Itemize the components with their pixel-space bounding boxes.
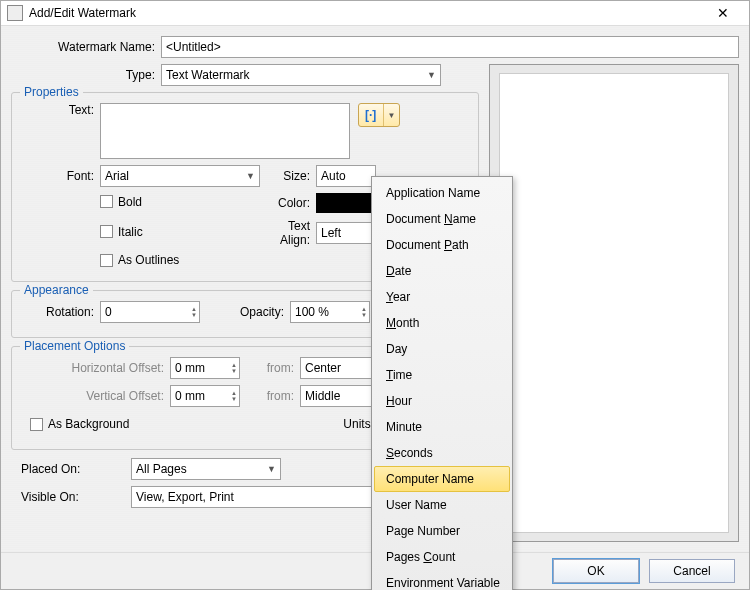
rotation-label: Rotation:: [20, 305, 100, 319]
close-button[interactable]: ✕: [703, 2, 743, 24]
menu-env-var[interactable]: Environment Variable: [374, 570, 510, 590]
menu-year[interactable]: Year: [374, 284, 510, 310]
hfrom-combo[interactable]: Center: [300, 357, 380, 379]
app-icon: [7, 5, 23, 21]
rotation-spinner[interactable]: 0 ▲▼: [100, 301, 200, 323]
preview-page: [499, 73, 729, 533]
placed-on-label: Placed On:: [11, 462, 131, 476]
watermark-name-label: Watermark Name:: [11, 40, 161, 54]
spinner-arrows-icon: ▲▼: [191, 306, 197, 318]
hoffset-label: Horizontal Offset:: [20, 361, 170, 375]
type-value: Text Watermark: [166, 68, 250, 82]
placement-legend: Placement Options: [20, 339, 129, 353]
macro-icon: [·]: [359, 104, 383, 126]
macro-split-button[interactable]: [·] ▼: [358, 103, 400, 127]
chevron-down-icon: ▼: [427, 70, 436, 80]
menu-computer-name[interactable]: Computer Name: [374, 466, 510, 492]
visible-on-label: Visible On:: [11, 490, 131, 504]
svg-text:[·]: [·]: [365, 108, 376, 122]
macro-dropdown: Application Name Document Name Document …: [371, 176, 513, 590]
menu-day[interactable]: Day: [374, 336, 510, 362]
text-input[interactable]: [100, 103, 350, 159]
color-label: Color:: [260, 196, 316, 210]
hoffset-spinner[interactable]: 0 mm ▲▼: [170, 357, 240, 379]
rotation-value: 0: [105, 305, 112, 319]
dialog-content: Watermark Name: Type: Text Watermark ▼ P…: [1, 26, 749, 552]
menu-time[interactable]: Time: [374, 362, 510, 388]
menu-seconds[interactable]: Seconds: [374, 440, 510, 466]
text-align-label: Text Align:: [260, 219, 316, 247]
menu-hour[interactable]: Hour: [374, 388, 510, 414]
opacity-label: Opacity:: [200, 305, 290, 319]
dialog-title: Add/Edit Watermark: [29, 6, 703, 20]
opacity-value: 100 %: [295, 305, 329, 319]
menu-application-name[interactable]: Application Name: [374, 180, 510, 206]
size-combo[interactable]: Auto: [316, 165, 376, 187]
menu-date[interactable]: Date: [374, 258, 510, 284]
hfrom-label: from:: [240, 361, 300, 375]
font-combo[interactable]: Arial ▼: [100, 165, 260, 187]
voffset-spinner[interactable]: 0 mm ▲▼: [170, 385, 240, 407]
menu-document-name[interactable]: Document Name: [374, 206, 510, 232]
font-value: Arial: [105, 169, 129, 183]
menu-user-name[interactable]: User Name: [374, 492, 510, 518]
vfrom-label: from:: [240, 389, 300, 403]
voffset-label: Vertical Offset:: [20, 389, 170, 403]
placed-on-combo[interactable]: All Pages ▼: [131, 458, 281, 480]
titlebar: Add/Edit Watermark ✕: [1, 1, 749, 26]
menu-pages-count[interactable]: Pages Count: [374, 544, 510, 570]
chevron-down-icon: ▼: [383, 104, 399, 126]
type-combo[interactable]: Text Watermark ▼: [161, 64, 441, 86]
vfrom-combo[interactable]: Middle: [300, 385, 380, 407]
menu-document-path[interactable]: Document Path: [374, 232, 510, 258]
spinner-arrows-icon: ▲▼: [231, 390, 237, 402]
appearance-legend: Appearance: [20, 283, 93, 297]
italic-checkbox[interactable]: Italic: [100, 225, 143, 239]
menu-month[interactable]: Month: [374, 310, 510, 336]
chevron-down-icon: ▼: [246, 171, 255, 181]
opacity-spinner[interactable]: 100 % ▲▼: [290, 301, 370, 323]
properties-legend: Properties: [20, 85, 83, 99]
dialog-window: Add/Edit Watermark ✕ Watermark Name: Typ…: [0, 0, 750, 590]
chevron-down-icon: ▼: [267, 464, 276, 474]
font-label: Font:: [20, 169, 100, 183]
watermark-name-input[interactable]: [161, 36, 739, 58]
menu-minute[interactable]: Minute: [374, 414, 510, 440]
spinner-arrows-icon: ▲▼: [361, 306, 367, 318]
outlines-checkbox[interactable]: As Outlines: [100, 253, 179, 267]
text-label: Text:: [20, 103, 100, 117]
cancel-button[interactable]: Cancel: [649, 559, 735, 583]
type-label: Type:: [11, 68, 161, 82]
menu-page-number[interactable]: Page Number: [374, 518, 510, 544]
as-background-checkbox[interactable]: As Background: [30, 417, 129, 431]
size-value: Auto: [321, 169, 346, 183]
ok-button[interactable]: OK: [553, 559, 639, 583]
preview-panel: [489, 64, 739, 542]
spinner-arrows-icon: ▲▼: [231, 362, 237, 374]
bold-checkbox[interactable]: Bold: [100, 195, 142, 209]
size-label: Size:: [260, 169, 316, 183]
text-align-value: Left: [321, 226, 341, 240]
